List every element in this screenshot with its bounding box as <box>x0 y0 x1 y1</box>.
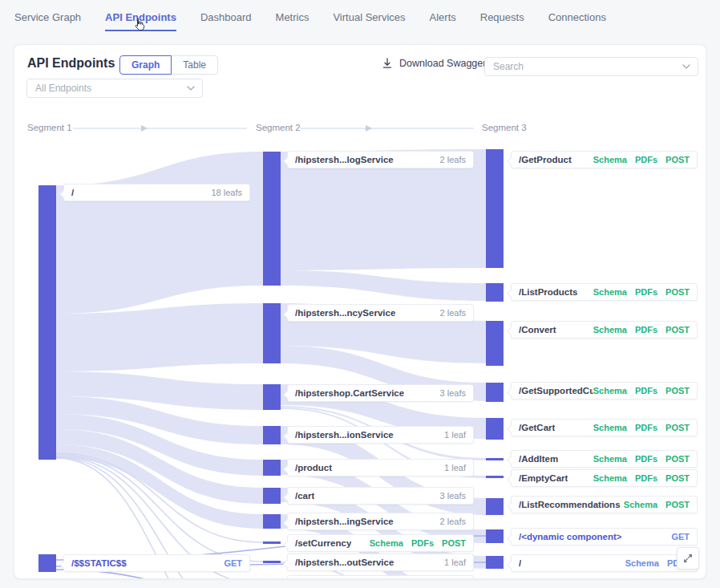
endpoint-path: /$$STATIC$$ <box>71 558 127 568</box>
node-bar-ncyservice <box>263 303 281 363</box>
endpoint-path: /cart <box>295 491 314 501</box>
leaf-count: 1 leaf <box>444 558 466 567</box>
flow-bands-seg1-seg2 <box>56 152 263 529</box>
endpoint-label-listproducts[interactable]: /ListProducts Schema PDFs POST <box>511 283 698 301</box>
pdfs-link[interactable]: PDFs <box>635 454 657 464</box>
node-bar-ingservice <box>263 514 281 529</box>
endpoint-label-ingservice[interactable]: /hipstersh...ingService 2 leafs <box>287 513 474 530</box>
schema-link[interactable]: Schema <box>593 155 627 164</box>
nav-item-connections[interactable]: Connections <box>548 11 606 31</box>
pdfs-link[interactable]: PDFs <box>411 538 434 548</box>
endpoint-label-getproduct[interactable]: /GetProduct Schema PDFs POST <box>511 151 698 168</box>
pdfs-link[interactable]: PDFs <box>635 155 657 164</box>
endpoint-label-convert[interactable]: /Convert Schema PDFs POST <box>511 321 698 339</box>
pdfs-link[interactable]: PDFs <box>635 423 657 432</box>
endpoint-label-product[interactable]: /product 1 leaf <box>287 459 474 476</box>
pdfs-link[interactable]: PDFs <box>635 287 657 297</box>
endpoint-path: /EmptyCart <box>519 473 568 483</box>
endpoint-label-setcurrency[interactable]: /setCurrency Schema PDFs POST <box>287 534 474 552</box>
leaf-count: 2 leafs <box>440 517 466 526</box>
pdfs-link[interactable]: PDFs <box>635 473 657 483</box>
nav-item-alerts[interactable]: Alerts <box>430 11 456 31</box>
endpoint-label-logservice[interactable]: /hipstersh...logService 2 leafs <box>287 151 474 168</box>
schema-link[interactable]: Schema <box>593 473 627 483</box>
node-bar-logservice <box>263 152 281 286</box>
endpoint-path: / <box>71 188 74 197</box>
schema-link[interactable]: Schema <box>593 287 627 297</box>
nav-item-service-graph[interactable]: Service Graph <box>14 11 81 31</box>
endpoint-path: /AddItem <box>519 454 558 464</box>
method-post-link[interactable]: POST <box>442 538 466 548</box>
nav-item-requests[interactable]: Requests <box>480 11 524 31</box>
graph-view-button[interactable]: Graph <box>119 55 172 75</box>
endpoint-path: /GetSupportedCurrencies <box>519 386 593 395</box>
endpoint-label-static[interactable]: /$$STATIC$$ GET <box>63 554 250 572</box>
nav-item-virtual-services[interactable]: Virtual Services <box>333 11 405 31</box>
method-post-link[interactable]: POST <box>665 454 690 464</box>
expand-graph-button[interactable] <box>677 547 699 570</box>
nav-item-dashboard[interactable]: Dashboard <box>200 11 252 31</box>
node-bar-convert <box>486 321 504 366</box>
method-post-link[interactable]: POST <box>665 473 690 483</box>
endpoint-path: /ListProducts <box>519 287 577 297</box>
leaf-count: 2 leafs <box>440 308 466 318</box>
method-post-link[interactable]: POST <box>665 500 690 509</box>
expand-icon <box>682 553 694 564</box>
endpoint-path: /hipstersh...ncyService <box>295 308 395 318</box>
leaf-count: 2 leafs <box>440 155 466 164</box>
nav-item-metrics[interactable]: Metrics <box>276 11 309 31</box>
endpoint-label-additem[interactable]: /AddItem Schema PDFs POST <box>511 450 698 468</box>
node-bar-listrecommendations <box>486 498 504 515</box>
node-bar-additem <box>486 458 504 460</box>
endpoint-label-ncyservice[interactable]: /hipstersh...ncyService 2 leafs <box>287 304 474 322</box>
endpoint-path: /hipstershop.CartService <box>295 388 404 398</box>
leaf-count: 3 leafs <box>440 388 466 398</box>
endpoint-label-getcart[interactable]: /GetCart Schema PDFs POST <box>511 419 698 436</box>
node-bar-ionservice <box>263 426 281 444</box>
node-bar-getcart <box>486 418 504 440</box>
endpoint-path: /Convert <box>519 325 556 335</box>
node-bar-emptycart <box>486 476 504 478</box>
method-post-link[interactable]: POST <box>665 386 690 395</box>
method-post-link[interactable]: POST <box>665 287 690 297</box>
endpoint-label-cartservice[interactable]: /hipstershop.CartService 3 leafs <box>287 384 474 402</box>
schema-link[interactable]: Schema <box>593 423 627 432</box>
schema-link[interactable]: Schema <box>593 325 627 335</box>
node-bar-root-leaf <box>486 556 504 569</box>
method-get-link[interactable]: GET <box>224 558 242 568</box>
pdfs-link[interactable]: PDFs <box>635 325 657 335</box>
api-endpoints-panel: API Endpoints Graph Table Download Swagg… <box>14 44 706 579</box>
top-nav: Service Graph API Endpoints Dashboard Me… <box>0 0 720 37</box>
schema-link[interactable]: Schema <box>625 558 659 568</box>
endpoint-label-root[interactable]: / 18 leafs <box>63 184 250 201</box>
endpoint-label-root-leaf[interactable]: / Schema PDFs <box>511 554 698 572</box>
leaf-count: 18 leafs <box>211 188 242 197</box>
endpoint-label-listrecommendations[interactable]: /ListRecommendations Schema POST <box>511 496 698 513</box>
endpoint-label-ailservice[interactable]: /hipstersh...ailService 1 leaf <box>287 575 474 579</box>
method-post-link[interactable]: POST <box>665 423 690 432</box>
schema-link[interactable]: Schema <box>593 386 627 395</box>
schema-link[interactable]: Schema <box>370 538 403 548</box>
endpoint-label-cart[interactable]: /cart 3 leafs <box>287 487 474 505</box>
endpoint-path: /hipstersh...ionService <box>295 430 394 440</box>
endpoint-label-getsupportedcurrencies[interactable]: /GetSupportedCurrencies Schema PDFs POST <box>511 382 698 399</box>
nav-item-api-endpoints[interactable]: API Endpoints <box>105 11 176 31</box>
leaf-count: 1 leaf <box>444 463 466 472</box>
endpoint-label-ionservice[interactable]: /hipstersh...ionService 1 leaf <box>287 426 474 444</box>
endpoint-label-dynamic-component[interactable]: /<dynamic component> GET <box>511 528 698 545</box>
endpoint-path: /<dynamic component> <box>519 532 621 541</box>
node-bar-cartservice <box>263 384 281 410</box>
method-post-link[interactable]: POST <box>665 155 690 164</box>
endpoint-label-emptycart[interactable]: /EmptyCart Schema PDFs POST <box>511 469 698 487</box>
node-bar-cart <box>263 488 281 504</box>
node-bar-dynamic-component <box>486 529 504 543</box>
node-bar-static <box>38 554 56 572</box>
schema-link[interactable]: Schema <box>624 500 657 509</box>
method-post-link[interactable]: POST <box>665 325 690 335</box>
schema-link[interactable]: Schema <box>593 454 627 464</box>
pdfs-link[interactable]: PDFs <box>635 386 657 395</box>
method-get-link[interactable]: GET <box>671 532 690 541</box>
node-bar-setcurrency <box>263 541 281 544</box>
node-bar-root <box>38 185 56 460</box>
endpoint-label-outservice[interactable]: /hipstersh...outService 1 leaf <box>287 554 474 571</box>
